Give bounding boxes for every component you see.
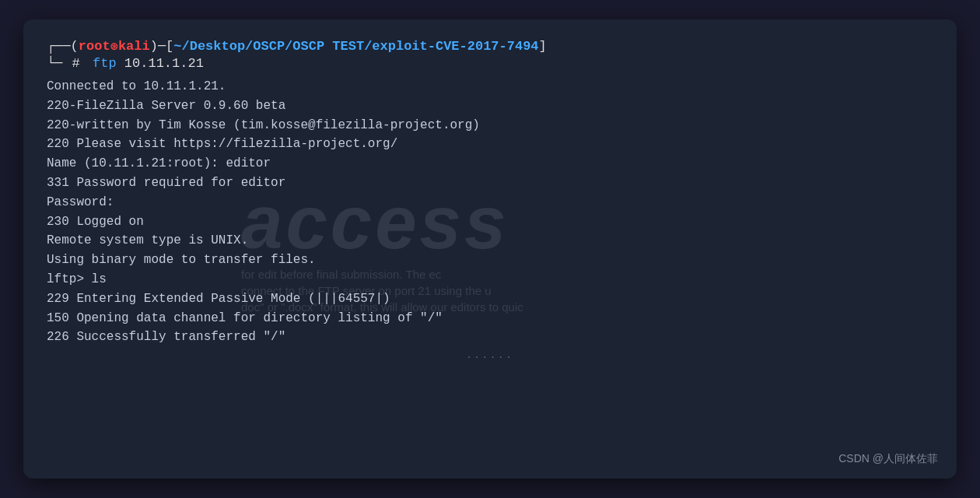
terminal-content: ┌──( root ⊛ kali )─[ ~/Desktop/OSCP/OSCP…	[23, 19, 957, 479]
prompt-dash: )─[	[150, 39, 174, 54]
dots-indicator: ......	[47, 350, 933, 361]
prompt-path: ~/Desktop/OSCP/OSCP TEST/exploit-CVE-201…	[173, 39, 538, 54]
output-line-10: Using binary mode to transfer files.	[47, 251, 933, 270]
csdn-label: CSDN @人间体佐菲	[838, 452, 938, 466]
terminal-window: access for edit before final submission.…	[23, 19, 957, 479]
bracket-left: ┌──(	[47, 39, 79, 54]
prompt-line-1: ┌──( root ⊛ kali )─[ ~/Desktop/OSCP/OSCP…	[47, 38, 933, 54]
output-line-11: lftp> ls	[47, 270, 933, 289]
prompt-symbol: ⊛	[110, 38, 118, 54]
cmd-args: 10.11.1.21	[124, 56, 204, 71]
output-line-9: Remote system type is UNIX.	[47, 231, 933, 251]
prompt-host: kali	[118, 39, 150, 54]
output-line-13: 150 Opening data channel for directory l…	[47, 309, 933, 328]
cmd-ftp: ftp	[93, 56, 117, 71]
prompt-hash: #	[64, 56, 79, 71]
output-line-3: 220-written by Tim Kosse (tim.kosse@file…	[47, 116, 933, 135]
command-text: ftp 10.11.1.21	[85, 56, 204, 71]
bracket-right: ]	[539, 39, 547, 54]
output-line-8: 230 Logged on	[47, 212, 933, 232]
output-line-4: 220 Please visit https://filezilla-proje…	[47, 135, 933, 154]
output-line-6: 331 Password required for editor	[47, 174, 933, 193]
prompt-user: root	[79, 39, 110, 54]
output-line-7: Password:	[47, 193, 933, 212]
prompt-connector: └─	[47, 56, 62, 71]
output-line-1: Connected to 10.11.1.21.	[47, 77, 933, 96]
output-line-14: 226 Successfully transferred "/"	[47, 328, 933, 347]
output-line-5: Name (10.11.1.21:root): editor	[47, 154, 933, 174]
prompt-line-2: └─ # ftp 10.11.1.21	[47, 56, 933, 71]
output-line-12: 229 Entering Extended Passive Mode (|||6…	[47, 289, 933, 309]
output-line-2: 220-FileZilla Server 0.9.60 beta	[47, 96, 933, 116]
